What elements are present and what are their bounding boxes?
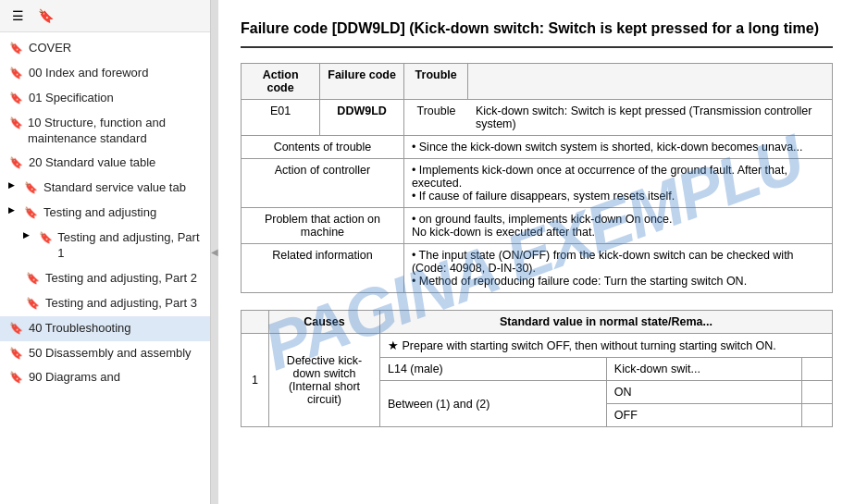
sidebar: ☰ 🔖 🔖 COVER 🔖 00 Index and foreword 🔖 01… (0, 0, 211, 504)
bookmark-icon-10: 🔖 (9, 117, 22, 131)
col-header-failure-code: Failure code (320, 64, 404, 100)
problem-header: Problem that action on machine (242, 208, 404, 244)
sidebar-item-50-disassembly[interactable]: 🔖 50 Disassembly and assembly (0, 341, 210, 366)
problem-content: • on ground faults, implements kick-down… (403, 208, 832, 244)
empty-cell (802, 358, 833, 381)
sidebar-resizer[interactable] (211, 0, 218, 504)
sidebar-label-cover: COVER (29, 41, 71, 56)
bookmark-icon-testing: 🔖 (24, 206, 38, 221)
action-line2: • If cause of failure disappears, system… (412, 190, 824, 203)
sidebar-item-20-standard[interactable]: 🔖 20 Standard value table (0, 151, 210, 176)
page-title-text: Failure code [DDW9LD] (Kick-down switch:… (241, 20, 819, 36)
sidebar-label-testing3: Testing and adjusting, Part 3 (45, 296, 197, 312)
menu-icon[interactable]: ☰ (7, 6, 28, 26)
action-header: Action of controller (242, 159, 404, 208)
related-line1: • The input state (ON/OFF) from the kick… (412, 249, 824, 275)
sidebar-item-testing-adj-2[interactable]: 🔖 Testing and adjusting, Part 2 (0, 266, 210, 291)
sidebar-label-standard: Standard service value tab (43, 180, 186, 196)
col-header-action-code: Action code (242, 64, 320, 100)
sidebar-label-10: 10 Structure, function and maintenance s… (28, 116, 203, 147)
sidebar-item-testing-adj[interactable]: ▶ 🔖 Testing and adjusting (0, 201, 210, 226)
sidebar-label-testing1: Testing and adjusting, Part 1 (57, 230, 203, 262)
sidebar-item-90-diagrams[interactable]: 🔖 90 Diagrams and (0, 365, 210, 390)
bookmark-icon-40: 🔖 (9, 322, 23, 337)
action-content: • Implements kick-down once at occurrenc… (403, 159, 832, 208)
cause-num: 1 (242, 334, 269, 427)
sidebar-toolbar: ☰ 🔖 (0, 0, 210, 32)
trouble-desc: Kick-down switch: Switch is kept pressed… (468, 100, 833, 136)
standard-value-header: Standard value in normal state/Rema... (380, 311, 833, 334)
sidebar-item-standard-service[interactable]: ▶ 🔖 Standard service value tab (0, 176, 210, 201)
bookmark-icon-01: 🔖 (9, 92, 23, 106)
action-code-value: E01 (242, 100, 320, 136)
prepare-note: ★ Prepare with starting switch OFF, then… (380, 334, 833, 358)
contents-content: • Since the kick-down switch system is s… (403, 136, 832, 159)
sidebar-item-10-structure[interactable]: 🔖 10 Structure, function and maintenance… (0, 111, 210, 152)
table-row-codes: E01 DDW9LD Trouble Kick-down switch: Swi… (242, 100, 833, 136)
page-title: Failure code [DDW9LD] (Kick-down switch:… (241, 18, 833, 48)
bookmark-icon-50: 🔖 (9, 347, 23, 362)
collapse-arrow-standard[interactable]: ▶ (4, 180, 19, 191)
sidebar-item-40-troubleshooting[interactable]: 🔖 40 Troubleshooting (0, 316, 210, 341)
info-table: Action code Failure code Trouble E01 DDW… (241, 63, 833, 293)
action-line1: • Implements kick-down once at occurrenc… (412, 164, 824, 190)
bookmark-icon-testing1: 🔖 (39, 231, 52, 246)
sidebar-label-40: 40 Troubleshooting (29, 321, 131, 337)
bookmark-icon-cover: 🔖 (9, 42, 23, 56)
on-val (802, 381, 833, 404)
between-label: Between (1) and (2) (380, 381, 607, 427)
contents-header: Contents of trouble (242, 136, 404, 159)
sidebar-item-00-index[interactable]: 🔖 00 Index and foreword (0, 61, 210, 86)
connector-label: L14 (male) (380, 358, 607, 381)
table-row-problem: Problem that action on machine • on grou… (242, 208, 833, 244)
bookmark-icon-testing3: 🔖 (26, 297, 40, 312)
table-row-related: Related information • The input state (O… (242, 244, 833, 293)
table-row-contents: Contents of trouble • Since the kick-dow… (242, 136, 833, 159)
sidebar-item-01-spec[interactable]: 🔖 01 Specification (0, 86, 210, 111)
sidebar-item-testing-adj-3[interactable]: 🔖 Testing and adjusting, Part 3 (0, 291, 210, 316)
sidebar-nav: 🔖 COVER 🔖 00 Index and foreword 🔖 01 Spe… (0, 32, 210, 504)
related-content: • The input state (ON/OFF) from the kick… (403, 244, 832, 293)
sidebar-label-00: 00 Index and foreword (29, 66, 148, 81)
table-row-action: Action of controller • Implements kick-d… (242, 159, 833, 208)
causes-table: Causes Standard value in normal state/Re… (241, 310, 833, 427)
causes-header: Causes (269, 311, 380, 334)
sidebar-label-20: 20 Standard value table (29, 155, 155, 171)
causes-num-header (242, 311, 269, 334)
bookmark-icon-90: 🔖 (9, 371, 23, 386)
sidebar-item-testing-adj-1[interactable]: ▶ 🔖 Testing and adjusting, Part 1 (0, 226, 210, 266)
kickdown-switch-label: Kick-down swit... (606, 358, 801, 381)
related-header: Related information (242, 244, 404, 293)
off-label: OFF (606, 404, 801, 427)
col-header-trouble: Trouble (403, 64, 468, 100)
causes-row-1: 1 Defective kick-down switch (Internal s… (242, 334, 833, 358)
sidebar-label-testing2: Testing and adjusting, Part 2 (45, 271, 197, 287)
collapse-arrow-testing1[interactable]: ▶ (19, 230, 33, 241)
trouble-label: Trouble (403, 100, 468, 136)
collapse-arrow-testing[interactable]: ▶ (4, 205, 19, 216)
bookmark-icon-20: 🔖 (9, 156, 23, 171)
sidebar-item-cover[interactable]: 🔖 COVER (0, 36, 210, 61)
bookmark-icon-00: 🔖 (9, 67, 23, 81)
problem-line2: No kick-down is executed after that. (412, 226, 824, 239)
related-line2: • Method of reproducing failure code: Tu… (412, 275, 824, 288)
cause-label: Defective kick-down switch (Internal sho… (269, 334, 380, 427)
sidebar-label-90: 90 Diagrams and (29, 370, 120, 386)
main-content: Failure code [DDW9LD] (Kick-down switch:… (218, 0, 855, 504)
bookmark-icon[interactable]: 🔖 (35, 6, 56, 26)
problem-line1: • on ground faults, implements kick-down… (412, 213, 824, 226)
sidebar-label-testing: Testing and adjusting (43, 205, 156, 221)
bookmark-icon-testing2: 🔖 (26, 272, 40, 287)
sidebar-label-50: 50 Disassembly and assembly (29, 346, 192, 362)
sidebar-label-01: 01 Specification (29, 91, 114, 106)
failure-code-value: DDW9LD (320, 100, 404, 136)
on-label: ON (606, 381, 801, 404)
col-header-trouble-desc (468, 64, 833, 100)
bookmark-icon-standard: 🔖 (24, 181, 38, 196)
off-val (802, 404, 833, 427)
